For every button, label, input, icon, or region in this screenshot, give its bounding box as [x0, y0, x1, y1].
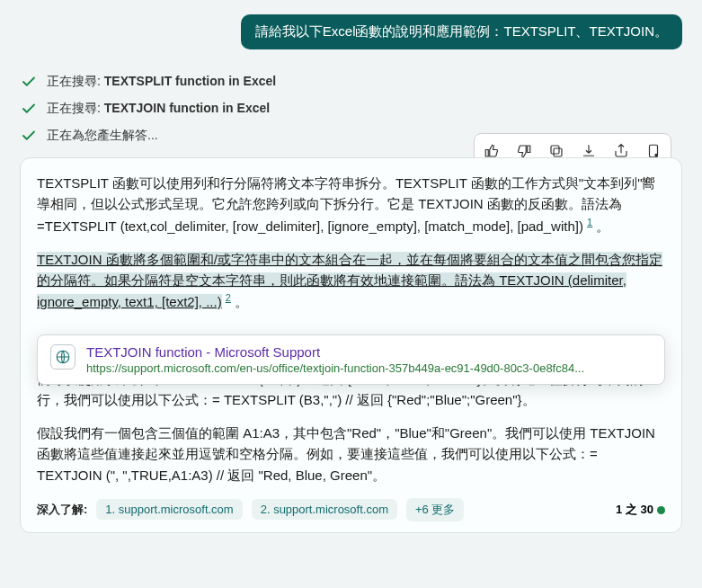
pager-label: 1 之 30	[616, 502, 665, 518]
svg-rect-0	[554, 148, 562, 156]
source-link-2[interactable]: 2. support.microsoft.com	[252, 499, 397, 520]
user-message-bubble: 請給我以下Excel函數的說明和應用範例：TEXTSPLIT、TEXTJOIN。	[241, 14, 682, 49]
learn-more-label: 深入了解:	[37, 502, 87, 518]
answer-card: TEXTSPLIT 函數可以使用列和行分隔符將文本字符串拆分。TEXTSPLIT…	[20, 157, 682, 533]
globe-icon	[50, 344, 76, 370]
svg-point-3	[655, 154, 657, 156]
tooltip-title: TEXTJOIN function - Microsoft Support	[86, 344, 652, 360]
answer-footer: 深入了解: 1. support.microsoft.com 2. suppor…	[37, 498, 665, 521]
svg-rect-1	[551, 146, 559, 154]
answer-paragraph-1: TEXTSPLIT 函數可以使用列和行分隔符將文本字符串拆分。TEXTSPLIT…	[37, 173, 665, 236]
check-icon	[20, 100, 38, 118]
status-search-1: 正在搜尋: TEXTSPLIT function in Excel	[20, 73, 682, 91]
check-icon	[20, 73, 38, 91]
check-icon	[20, 127, 38, 145]
link-preview-tooltip[interactable]: TEXTJOIN function - Microsoft Support ht…	[37, 334, 665, 385]
more-sources-button[interactable]: +6 更多	[406, 498, 464, 521]
textjoin-link[interactable]: TEXTJOIN 函數將多個範圍和/或字符串中的文本組合在一起，並在每個將要組合…	[37, 252, 662, 310]
citation-2[interactable]: 2	[226, 292, 231, 303]
status-search-2: 正在搜尋: TEXTJOIN function in Excel	[20, 100, 682, 118]
answer-paragraph-4: 假設我們有一個包含三個值的範圍 A1:A3，其中包含"Red"，"Blue"和"…	[37, 423, 665, 486]
tooltip-url: https://support.microsoft.com/en-us/offi…	[86, 361, 652, 375]
source-link-1[interactable]: 1. support.microsoft.com	[96, 499, 242, 520]
answer-paragraph-2: TEXTJOIN 函數將多個範圍和/或字符串中的文本組合在一起，並在每個將要組合…	[37, 249, 665, 313]
citation-1[interactable]: 1	[587, 217, 592, 227]
status-dot-icon	[657, 506, 665, 514]
